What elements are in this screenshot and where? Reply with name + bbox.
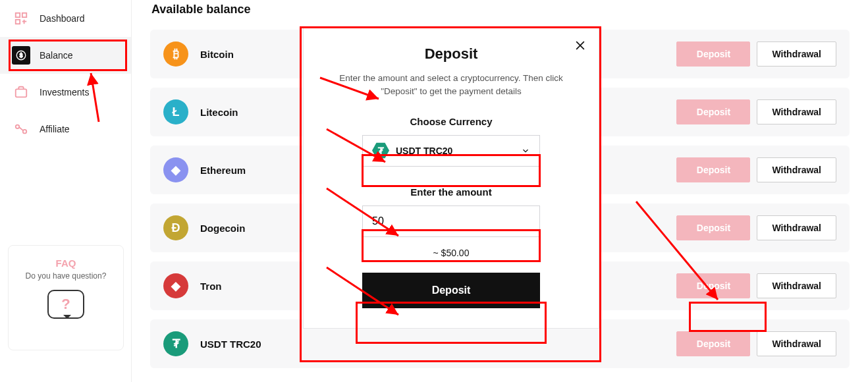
close-icon xyxy=(574,39,587,52)
briefcase-icon xyxy=(12,83,30,101)
faq-subtitle: Do you have question? xyxy=(15,271,117,281)
faq-question-icon: ? xyxy=(47,290,84,319)
coin-icon: ◆ xyxy=(163,273,188,298)
withdraw-button[interactable]: Withdrawal xyxy=(757,273,836,298)
deposit-button[interactable]: Deposit xyxy=(676,215,750,240)
sidebar-item-label: Balance xyxy=(40,50,73,61)
currency-select-value: USDT TRC20 xyxy=(396,146,452,156)
amount-input[interactable] xyxy=(362,205,540,237)
svg-rect-7 xyxy=(16,89,27,97)
coin-name: USDT TRC20 xyxy=(200,339,676,350)
modal-title: Deposit xyxy=(327,45,575,63)
faq-card[interactable]: FAQ Do you have question? ? xyxy=(8,245,124,350)
grid-icon xyxy=(12,9,30,28)
sidebar-item-dashboard[interactable]: Dashboard xyxy=(0,0,131,37)
svg-text:$: $ xyxy=(20,53,23,59)
coin-icon: Ł xyxy=(163,99,188,124)
svg-rect-2 xyxy=(16,20,20,24)
deposit-modal: Deposit Enter the amount and select a cr… xyxy=(303,28,599,329)
sidebar-item-label: Affiliate xyxy=(40,124,70,134)
deposit-submit-button[interactable]: Deposit xyxy=(362,273,540,308)
withdraw-button[interactable]: Withdrawal xyxy=(757,215,836,240)
sidebar-item-balance[interactable]: $ Balance xyxy=(0,37,131,74)
faq-title: FAQ xyxy=(15,258,117,269)
close-button[interactable] xyxy=(572,38,588,53)
deposit-button[interactable]: Deposit xyxy=(676,41,750,67)
sidebar: Dashboard $ Balance Investments Affiliat… xyxy=(0,0,132,382)
svg-rect-1 xyxy=(22,13,26,17)
coin-icon: $ xyxy=(12,46,30,65)
withdraw-button[interactable]: Withdrawal xyxy=(757,157,836,182)
svg-rect-0 xyxy=(16,13,20,17)
coin-icon: Ð xyxy=(163,215,188,240)
page-title: Available balance xyxy=(151,3,850,16)
sidebar-item-investments[interactable]: Investments xyxy=(0,74,131,111)
coin-icon: ₿ xyxy=(163,41,188,67)
modal-description: Enter the amount and select a cryptocurr… xyxy=(327,72,575,99)
amount-approx: ~ $50.00 xyxy=(327,248,575,258)
deposit-button[interactable]: Deposit xyxy=(676,157,750,182)
svg-point-8 xyxy=(16,125,20,129)
share-icon xyxy=(12,120,30,138)
sidebar-item-label: Dashboard xyxy=(40,13,85,24)
currency-select[interactable]: ₮ USDT TRC20 xyxy=(362,135,540,167)
sidebar-item-label: Investments xyxy=(40,87,89,97)
withdraw-button[interactable]: Withdrawal xyxy=(757,41,836,67)
deposit-button[interactable]: Deposit xyxy=(676,331,750,356)
coin-icon: ₮ xyxy=(163,331,188,356)
coin-icon: ◆ xyxy=(163,157,188,182)
svg-point-9 xyxy=(23,130,27,134)
withdraw-button[interactable]: Withdrawal xyxy=(757,99,836,124)
chevron-down-icon xyxy=(521,146,530,155)
withdraw-button[interactable]: Withdrawal xyxy=(757,331,836,356)
sidebar-item-affiliate[interactable]: Affiliate xyxy=(0,111,131,148)
deposit-button[interactable]: Deposit xyxy=(676,273,750,298)
deposit-button[interactable]: Deposit xyxy=(676,99,750,124)
tether-icon: ₮ xyxy=(372,142,389,159)
choose-currency-label: Choose Currency xyxy=(327,116,575,127)
amount-label: Enter the amount xyxy=(327,186,575,198)
